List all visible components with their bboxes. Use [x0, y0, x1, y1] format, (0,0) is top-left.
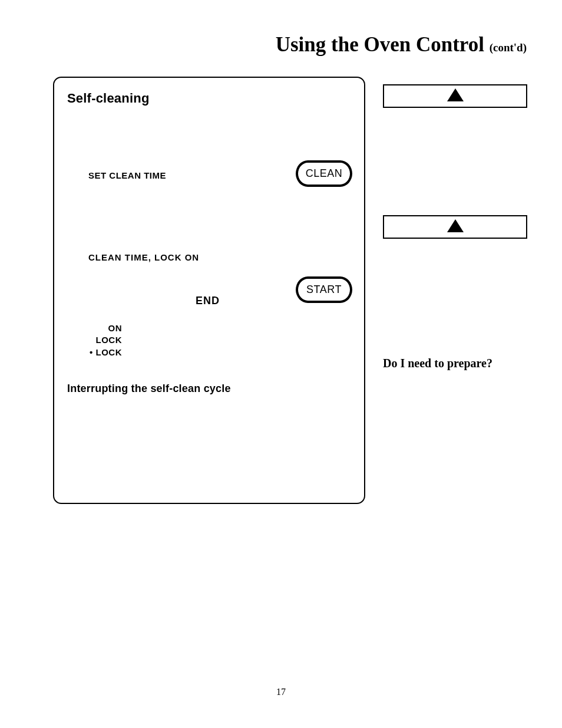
start-button-label: START — [306, 284, 342, 296]
status-stack: ON LOCK • LOCK — [75, 322, 122, 358]
clean-button-label: CLEAN — [306, 167, 343, 180]
sidebar-box-1 — [383, 84, 527, 108]
sidebar-box-2 — [383, 215, 527, 239]
page: Using the Oven Control (cont'd) Self-cle… — [0, 0, 562, 728]
page-number: 17 — [0, 687, 562, 697]
status-on: ON — [75, 322, 122, 334]
status-lock-bullet: • LOCK — [75, 347, 122, 358]
up-triangle-icon — [447, 219, 464, 232]
clean-button[interactable]: CLEAN — [296, 160, 352, 187]
start-button[interactable]: START — [296, 276, 352, 303]
sidebar-question: Do I need to prepare? — [383, 357, 492, 370]
label-clean-time-lock-on: CLEAN TIME, LOCK ON — [88, 252, 199, 262]
panel-heading-self-cleaning: Self-cleaning — [67, 91, 150, 106]
self-cleaning-panel: Self-cleaning SET CLEAN TIME CLEAN CLEAN… — [53, 77, 365, 504]
page-title-main: Using the Oven Control — [276, 33, 490, 56]
status-lock: LOCK — [75, 334, 122, 346]
label-set-clean-time: SET CLEAN TIME — [88, 170, 166, 180]
up-triangle-icon — [447, 88, 464, 101]
panel-subheading-interrupting: Interrupting the self-clean cycle — [67, 383, 231, 395]
label-end: END — [196, 295, 220, 307]
page-title-contd: (cont'd) — [490, 41, 527, 54]
page-title: Using the Oven Control (cont'd) — [276, 33, 527, 57]
